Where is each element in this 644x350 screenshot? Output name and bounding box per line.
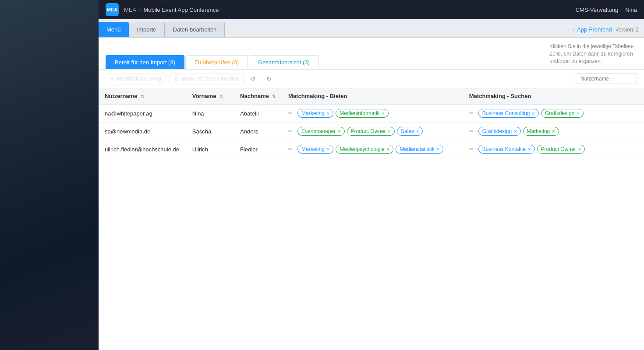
- tag-close-icon[interactable]: ×: [387, 147, 389, 152]
- sub-tab-ueberpruefen[interactable]: Zu überprüfen (0): [185, 55, 248, 69]
- edit-suchen-icon[interactable]: ✏: [469, 128, 474, 134]
- tag-bieten[interactable]: Medienstatistik ×: [396, 145, 443, 154]
- redo-button[interactable]: ↻: [263, 73, 275, 84]
- cell-vorname[interactable]: Sascha: [186, 122, 234, 140]
- cell-nutzername[interactable]: ullrich.fiedler@hochschule.de: [99, 140, 186, 158]
- sort-icon-vorname: ⇅: [219, 94, 223, 99]
- edit-bieten-icon[interactable]: ✏: [288, 146, 293, 152]
- tag-suchen[interactable]: Marketing ×: [523, 127, 559, 136]
- breadcrumb-conference[interactable]: Mobile Event App Conference: [144, 7, 219, 13]
- table-row: sa@newmedia.deSaschaAnders✏Eventmanager …: [99, 122, 644, 140]
- cell-suchen[interactable]: ✏Business Consulting ×Grafikdesign ×: [463, 104, 644, 122]
- delete-label: Markierte Zellen löschen: [182, 76, 239, 82]
- breadcrumb-mea[interactable]: MEA: [124, 7, 136, 13]
- tag-close-icon[interactable]: ×: [327, 111, 329, 116]
- cell-suchen[interactable]: ✏Business Kontakte ×Product Owner ×: [463, 140, 644, 158]
- col-header-nutzername[interactable]: Nutzername ⇅: [99, 88, 186, 104]
- tag-close-icon[interactable]: ×: [577, 111, 579, 116]
- top-nav-right: CMS-Verwaltung Nina: [576, 7, 637, 13]
- col-header-vorname[interactable]: Vorname ⇅: [186, 88, 234, 104]
- tab-importe[interactable]: Importe: [129, 22, 165, 37]
- tag-close-icon[interactable]: ×: [532, 111, 535, 116]
- tag-suchen[interactable]: Grafikdesign ×: [541, 109, 584, 118]
- trash-icon: 🗑: [174, 76, 180, 82]
- tag-bieten[interactable]: Marketing ×: [297, 145, 333, 154]
- cell-nutzername[interactable]: na@whitepaper.ag: [99, 104, 186, 122]
- top-nav-bar: MEA MEA › Mobile Event App Conference CM…: [99, 0, 644, 19]
- toolbar: ✏ Mehrfachänderung 🗑 Markierte Zellen lö…: [99, 70, 644, 88]
- col-header-suchen: Matchmaking - Suchen: [463, 88, 644, 104]
- cms-verwaltung-dropdown[interactable]: CMS-Verwaltung: [576, 7, 619, 13]
- app-logo: MEA: [106, 3, 119, 16]
- tag-close-icon[interactable]: ×: [437, 147, 439, 152]
- tag-bieten[interactable]: Sales ×: [397, 127, 423, 136]
- sort-icon-nutzername: ⇅: [141, 94, 144, 99]
- tag-close-icon[interactable]: ×: [514, 129, 517, 134]
- tag-suchen[interactable]: Business Consulting ×: [478, 109, 539, 118]
- sort-icon-nachname: ⇅: [272, 94, 276, 99]
- cell-bieten[interactable]: ✏Marketing ×Medieninformatik ×: [282, 104, 463, 122]
- tab-bar-right: → App-Frontend Version: 2: [570, 22, 644, 37]
- tag-bieten[interactable]: Product Owner ×: [347, 127, 395, 136]
- cell-nachname[interactable]: Abatelli: [234, 104, 282, 122]
- sub-tab-bar: Bereit für den Import (3) Zu überprüfen …: [99, 38, 644, 70]
- left-panel: [0, 0, 99, 350]
- tag-bieten[interactable]: Medienpsychologie ×: [336, 145, 393, 154]
- tag-close-icon[interactable]: ×: [338, 129, 340, 134]
- app-frontend-label: App-Frontend: [577, 26, 612, 33]
- col-header-nachname[interactable]: Nachname ⇅: [234, 88, 282, 104]
- user-name: Nina: [625, 7, 637, 13]
- table-row: na@whitepaper.agNinaAbatelli✏Marketing ×…: [99, 104, 644, 122]
- content-area: Bereit für den Import (3) Zu überprüfen …: [99, 38, 644, 350]
- arrow-icon: →: [570, 26, 575, 33]
- search-input[interactable]: [576, 74, 637, 84]
- edit-bieten-icon[interactable]: ✏: [288, 110, 293, 116]
- nav-tab-bar: Menü Importe Daten bearbeiten → App-Fron…: [99, 19, 644, 38]
- tag-suchen[interactable]: Grafikdesign ×: [478, 127, 521, 136]
- tag-close-icon[interactable]: ×: [528, 147, 531, 152]
- sub-tab-bereit[interactable]: Bereit für den Import (3): [106, 55, 184, 69]
- breadcrumb-sep: ›: [139, 7, 141, 13]
- tag-bieten[interactable]: Marketing ×: [297, 109, 333, 118]
- mehrfach-label: Mehrfachänderung: [117, 76, 161, 82]
- tab-menu[interactable]: Menü: [99, 22, 129, 37]
- tag-bieten[interactable]: Eventmanager ×: [297, 127, 344, 136]
- cell-nachname[interactable]: Fiedler: [234, 140, 282, 158]
- cell-suchen[interactable]: ✏Grafikdesign ×Marketing ×: [463, 122, 644, 140]
- data-table-container: Nutzername ⇅ Vorname ⇅ Nachname ⇅ Matchm…: [99, 88, 644, 350]
- sub-tab-gesamtuebersicht[interactable]: Gesamtübersicht (3): [249, 55, 319, 69]
- cell-vorname[interactable]: Nina: [186, 104, 234, 122]
- main-content: MEA MEA › Mobile Event App Conference CM…: [99, 0, 644, 350]
- tag-close-icon[interactable]: ×: [327, 147, 329, 152]
- col-header-bieten: Matchmaking - Bieten: [282, 88, 463, 104]
- version-label: Version: 2: [616, 27, 639, 33]
- tag-suchen[interactable]: Business Kontakte ×: [478, 145, 535, 154]
- undo-button[interactable]: ↺: [247, 73, 259, 84]
- edit-bieten-icon[interactable]: ✏: [288, 128, 293, 134]
- sub-tab-hint: Klicken Sie in die jeweilige Tabellen-Ze…: [549, 43, 637, 69]
- tag-close-icon[interactable]: ×: [388, 129, 391, 134]
- data-table: Nutzername ⇅ Vorname ⇅ Nachname ⇅ Matchm…: [99, 88, 644, 158]
- edit-suchen-icon[interactable]: ✏: [469, 110, 474, 116]
- cell-nutzername[interactable]: sa@newmedia.de: [99, 122, 186, 140]
- cell-bieten[interactable]: ✏Marketing ×Medienpsychologie ×Mediensta…: [282, 140, 463, 158]
- breadcrumb: MEA › Mobile Event App Conference: [124, 7, 219, 13]
- tab-daten-bearbeiten[interactable]: Daten bearbeiten: [165, 22, 225, 37]
- tag-close-icon[interactable]: ×: [578, 147, 581, 152]
- tag-bieten[interactable]: Medieninformatik ×: [336, 109, 389, 118]
- table-header-row: Nutzername ⇅ Vorname ⇅ Nachname ⇅ Matchm…: [99, 88, 644, 104]
- cell-bieten[interactable]: ✏Eventmanager ×Product Owner ×Sales ×: [282, 122, 463, 140]
- tag-close-icon[interactable]: ×: [552, 129, 555, 134]
- app-frontend-link[interactable]: → App-Frontend: [570, 26, 612, 33]
- table-row: ullrich.fiedler@hochschule.deUllrichFied…: [99, 140, 644, 158]
- tag-suchen[interactable]: Product Owner ×: [537, 145, 585, 154]
- pencil-icon: ✏: [110, 76, 115, 82]
- cell-nachname[interactable]: Anders: [234, 122, 282, 140]
- tag-close-icon[interactable]: ×: [416, 129, 419, 134]
- mehrfach-button[interactable]: ✏ Mehrfachänderung: [106, 73, 166, 84]
- edit-suchen-icon[interactable]: ✏: [469, 146, 474, 152]
- cell-vorname[interactable]: Ullrich: [186, 140, 234, 158]
- tag-close-icon[interactable]: ×: [382, 111, 385, 116]
- delete-button[interactable]: 🗑 Markierte Zellen löschen: [170, 73, 244, 84]
